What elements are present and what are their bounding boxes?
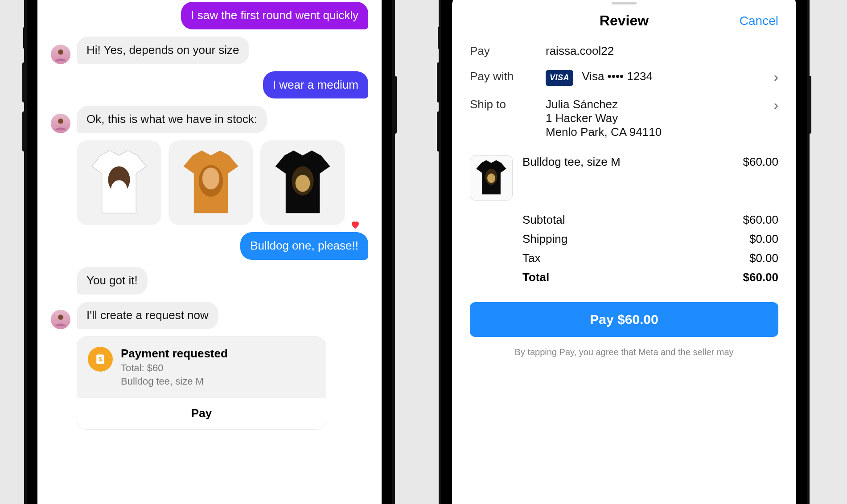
message-out: I wear a medium: [51, 71, 368, 99]
product-carousel: [77, 140, 368, 225]
message-bubble: Bulldog one, please!!: [240, 232, 368, 260]
message-bubble: Ok, this is what we have in stock:: [77, 106, 267, 133]
message-bubble: You got it!: [77, 267, 148, 295]
phone-side-button: [392, 76, 397, 134]
payment-request-desc: Bulldog tee, size M: [121, 376, 228, 387]
phone-frame-left: I saw the first round went quickly Hi! Y…: [27, 0, 392, 504]
pay-with-value: Visa •••• 1234: [582, 70, 653, 83]
ship-name: Julia Sánchez: [546, 98, 756, 111]
pay-button[interactable]: Pay: [77, 397, 326, 429]
phone-frame-right: I saw first round went quick Review Canc…: [441, 0, 807, 504]
chevron-right-icon: ›: [761, 70, 778, 85]
item-name: Bulldog tee, size M: [522, 155, 621, 169]
shipping-value: $0.00: [749, 232, 778, 246]
product-card[interactable]: [260, 140, 345, 225]
ship-to-label: Ship to: [470, 98, 541, 111]
message-bubble: I'll create a request now: [77, 302, 218, 329]
item-price: $60.00: [743, 155, 778, 169]
subtotal-label: Subtotal: [522, 213, 565, 227]
phone-side-button: [438, 27, 441, 49]
svg-text:$: $: [99, 356, 102, 363]
message-in: You got it!: [51, 267, 368, 295]
message-in: I'll create a request now: [51, 302, 368, 329]
message-in: Hi! Yes, depends on your size: [51, 37, 368, 64]
visa-badge-icon: VISA: [546, 70, 573, 86]
item-thumbnail: [470, 155, 513, 201]
svg-point-1: [58, 119, 63, 124]
svg-point-12: [487, 173, 495, 183]
chevron-right-icon: ›: [761, 98, 778, 113]
payment-request-card: $ Payment requested Total: $60 Bulldog t…: [77, 336, 326, 430]
product-card[interactable]: [77, 140, 161, 225]
payment-request-title: Payment requested: [121, 347, 228, 361]
phone-side-button: [807, 76, 811, 134]
svg-point-7: [296, 175, 310, 192]
sheet-title: Review: [600, 12, 649, 29]
phone-side-button: [23, 27, 27, 49]
pay-with-row[interactable]: Pay with VISA Visa •••• 1234 ›: [470, 70, 778, 86]
tshirt-icon: [88, 149, 150, 216]
pay-confirm-button[interactable]: Pay $60.00: [470, 302, 778, 337]
phone-side-button: [437, 111, 441, 152]
disclaimer-text: By tapping Pay, you agree that Meta and …: [470, 346, 778, 358]
subtotal-value: $60.00: [743, 213, 778, 227]
ship-address-line2: Menlo Park, CA 94110: [546, 125, 756, 139]
phone-side-button: [22, 111, 27, 152]
svg-point-0: [58, 49, 63, 55]
product-card[interactable]: [169, 140, 253, 225]
tshirt-icon: [180, 149, 242, 216]
avatar-icon: [51, 310, 70, 329]
ship-address-line1: 1 Hacker Way: [546, 111, 756, 125]
shipping-label: Shipping: [522, 232, 567, 246]
pay-with-label: Pay with: [470, 70, 541, 83]
chat-screen: I saw the first round went quickly Hi! Y…: [37, 0, 382, 504]
message-bubble: I wear a medium: [263, 71, 368, 99]
pay-to-value: raissa.cool22: [546, 44, 756, 58]
payment-request-total: Total: $60: [121, 362, 228, 374]
tshirt-icon: [474, 160, 508, 196]
phone-side-button: [437, 62, 441, 102]
phone-side-button: [22, 62, 27, 102]
ship-to-row[interactable]: Ship to Julia Sánchez 1 Hacker Way Menlo…: [470, 98, 778, 139]
tax-value: $0.00: [749, 251, 778, 265]
svg-point-8: [58, 315, 63, 320]
heart-reaction-icon[interactable]: [349, 218, 362, 231]
totals-section: Subtotal$60.00 Shipping$0.00 Tax$0.00 To…: [522, 213, 778, 284]
avatar-icon: [51, 114, 70, 133]
line-item-row: Bulldog tee, size M $60.00: [470, 155, 778, 201]
pay-to-row: Pay raissa.cool22: [470, 44, 778, 58]
message-out: I saw the first round went quickly: [51, 2, 368, 29]
message-bubble: I saw the first round went quickly: [181, 2, 368, 29]
total-value: $60.00: [743, 270, 778, 284]
avatar-icon: [51, 45, 70, 64]
message-bubble: Hi! Yes, depends on your size: [77, 37, 249, 64]
cancel-button[interactable]: Cancel: [649, 14, 778, 28]
tax-label: Tax: [522, 251, 540, 265]
svg-point-5: [202, 168, 219, 189]
tshirt-icon: [271, 149, 334, 216]
svg-point-3: [111, 180, 127, 197]
review-screen: I saw first round went quick Review Canc…: [452, 0, 796, 504]
pay-to-label: Pay: [470, 44, 541, 58]
sheet-grabber[interactable]: [612, 2, 637, 4]
message-out: Bulldog one, please!!: [51, 232, 368, 260]
payment-request-icon: $: [88, 347, 113, 372]
total-label: Total: [522, 270, 549, 284]
message-in: Ok, this is what we have in stock:: [51, 106, 368, 133]
review-sheet: Review Cancel Pay raissa.cool22 Pay with…: [452, 0, 796, 504]
